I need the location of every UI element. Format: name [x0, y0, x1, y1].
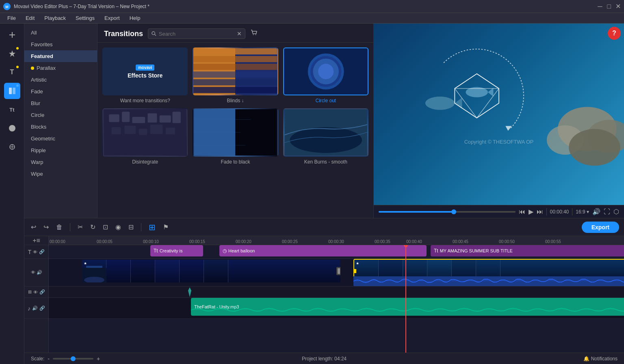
share-button[interactable]: ⬡ — [613, 208, 619, 215]
cat-artistic[interactable]: Artistic — [24, 74, 97, 86]
skip-back-button[interactable]: ⏮ — [519, 208, 525, 215]
video-eye-icon[interactable]: 👁 — [31, 270, 35, 275]
cat-blocks[interactable]: Blocks — [24, 121, 97, 133]
aspect-ratio[interactable]: 16:9 ▾ — [576, 209, 589, 215]
subtitle-link-icon[interactable]: 🔗 — [39, 249, 45, 254]
transition-disintegrate[interactable]: Disintegrate — [102, 108, 188, 164]
adjust-button[interactable]: ⊟ — [127, 222, 135, 233]
transition-store[interactable]: movavi Effects Store Want more transitio… — [102, 47, 188, 103]
tracks-body: Tt Creativity is ◷ Heart balloon Tt — [49, 245, 624, 353]
minimize-button[interactable]: ─ — [597, 4, 603, 9]
star-badge-2: ★ — [356, 261, 359, 265]
timeline-footer: Scale: - + Project length: 04:24 🔔 Notif… — [24, 353, 624, 364]
notifications-button[interactable]: 🔔 Notifications — [583, 356, 618, 362]
text-track-icon[interactable]: T — [28, 249, 32, 255]
toolbar-filter[interactable] — [4, 120, 20, 136]
menu-file[interactable]: File — [3, 14, 20, 22]
cat-all[interactable]: All — [24, 27, 97, 39]
toolbar-titles[interactable]: T — [4, 64, 20, 80]
svg-text:M: M — [5, 5, 9, 9]
cat-fade[interactable]: Fade — [24, 86, 97, 97]
progress-bar[interactable] — [379, 211, 516, 213]
fx-link-icon[interactable]: 🔗 — [39, 289, 45, 295]
transition-fade-black[interactable]: Fade to black — [193, 108, 278, 164]
toolbar-transitions[interactable] — [4, 83, 20, 99]
maximize-button[interactable]: □ — [606, 4, 612, 9]
flag-button[interactable]: ⚑ — [161, 222, 170, 233]
subtitle-eye-icon[interactable]: 👁 — [33, 250, 37, 254]
video-clip-1[interactable]: ★ — [81, 259, 341, 283]
video-volume-icon[interactable]: 🔊 — [37, 270, 42, 275]
audio-link-icon[interactable]: 🔗 — [39, 306, 45, 311]
video-track-icons: 👁 🔊 — [24, 259, 48, 286]
svg-line-11 — [155, 34, 156, 36]
cat-favorites[interactable]: Favorites — [24, 39, 97, 50]
scale-increase-button[interactable]: + — [97, 355, 100, 362]
transitions-dot — [16, 84, 19, 87]
svg-point-12 — [253, 34, 254, 35]
undo-button[interactable]: ↩ — [29, 222, 38, 233]
search-clear-button[interactable]: ✕ — [237, 30, 242, 37]
delete-button[interactable]: 🗑 — [54, 222, 64, 233]
effects-track — [49, 286, 624, 298]
cat-wipe[interactable]: Wipe — [24, 168, 97, 180]
audio-clip-unity[interactable]: TheFatRat - Unity.mp3 — [191, 298, 624, 316]
export-button[interactable]: Export — [582, 222, 619, 233]
transition-blinds[interactable]: Blinds ↓ — [193, 47, 278, 103]
clip-handle-left[interactable] — [353, 269, 356, 273]
cat-geometric[interactable]: Geometric — [24, 133, 97, 144]
toolbar-magic[interactable] — [4, 45, 20, 62]
play-button[interactable]: ▶ — [529, 208, 533, 215]
cat-blur[interactable]: Blur — [24, 97, 97, 109]
scale-slider[interactable] — [53, 358, 93, 360]
transitions-grid: movavi Effects Store Want more transitio… — [98, 43, 373, 170]
controls-divider2 — [572, 208, 572, 215]
subtitle-clip-summer[interactable]: Tt MY AMAZING SUMMER SUB TITLE — [431, 245, 624, 256]
cut-button[interactable]: ✂ — [76, 222, 84, 233]
cat-ripple[interactable]: Ripple — [24, 144, 97, 156]
svg-point-26 — [318, 64, 334, 79]
help-button[interactable]: ? — [608, 27, 621, 40]
ken-burns-thumb — [283, 108, 368, 156]
transition-circle-out[interactable]: Circle out — [283, 47, 368, 103]
menu-help[interactable]: Help — [126, 14, 145, 22]
svg-marker-4 — [9, 50, 15, 57]
menu-edit[interactable]: Edit — [22, 14, 39, 22]
category-sidebar: All Favorites Featured Parallax Artistic… — [24, 24, 98, 218]
color-button[interactable]: ◉ — [114, 222, 123, 233]
skip-forward-button[interactable]: ⏭ — [537, 208, 543, 215]
toolbar-add[interactable] — [4, 27, 20, 43]
cart-button[interactable] — [250, 29, 258, 39]
scale-decrease-button[interactable]: - — [48, 355, 50, 362]
search-icon — [152, 31, 156, 37]
menu-playback[interactable]: Playback — [40, 14, 70, 22]
toolbar-tools[interactable] — [4, 139, 20, 155]
stitch-button[interactable]: ⊞ — [147, 221, 157, 234]
fullscreen-button[interactable]: ⛶ — [604, 208, 610, 215]
transition-marker-1[interactable] — [336, 267, 341, 275]
add-track-button[interactable]: +≡ — [29, 236, 43, 246]
search-input[interactable] — [159, 31, 234, 37]
transition-ken-burns[interactable]: Ken Burns - smooth — [283, 108, 368, 164]
audio-volume-icon[interactable]: 🔊 — [32, 306, 38, 311]
volume-button[interactable]: 🔊 — [592, 208, 600, 215]
crop-button[interactable]: ⊡ — [101, 222, 110, 233]
cat-featured[interactable]: Featured — [24, 50, 97, 62]
cat-parallax[interactable]: Parallax — [24, 62, 97, 74]
main-area: T Tt All Favorites Featured — [0, 24, 624, 364]
creativity-clip-label: Creativity is — [160, 248, 183, 253]
close-button[interactable]: ✕ — [615, 4, 621, 9]
svg-rect-28 — [109, 114, 119, 122]
menu-export[interactable]: Export — [100, 14, 124, 22]
rotate-button[interactable]: ↻ — [89, 222, 97, 233]
redo-button[interactable]: ↪ — [42, 222, 50, 233]
menu-settings[interactable]: Settings — [72, 14, 99, 22]
cat-circle[interactable]: Circle — [24, 109, 97, 121]
music-icon[interactable]: ♪ — [28, 305, 30, 312]
subtitle-clip-heart[interactable]: ◷ Heart balloon — [219, 245, 427, 256]
fx-eye-icon[interactable]: 👁 — [33, 290, 38, 295]
ruler-tick-9: 00:00:45 — [453, 239, 468, 244]
subtitle-clip-creativity[interactable]: Tt Creativity is — [150, 245, 203, 256]
toolbar-text[interactable]: Tt — [4, 101, 20, 118]
cat-warp[interactable]: Warp — [24, 156, 97, 168]
